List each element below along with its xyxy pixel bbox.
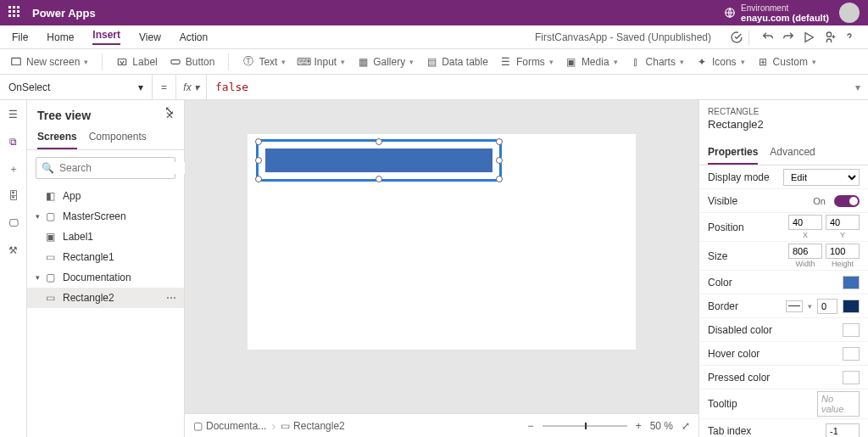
search-input[interactable] — [59, 162, 186, 174]
resize-handle-s[interactable] — [376, 176, 382, 182]
border-color-picker[interactable] — [843, 300, 860, 313]
svg-rect-2 — [12, 58, 21, 64]
icons-icon: ✦ — [696, 56, 708, 68]
hamburger-icon[interactable]: ☰ — [6, 107, 21, 122]
app-name: Power Apps — [32, 7, 96, 20]
formula-input[interactable]: false — [207, 75, 848, 100]
resize-handle-w[interactable] — [255, 157, 262, 164]
input-icon: ⌨ — [298, 56, 309, 68]
property-selector[interactable]: OnSelect ▾ — [0, 75, 153, 100]
zoom-slider[interactable] — [542, 425, 627, 427]
tab-screens[interactable]: Screens — [37, 126, 77, 149]
play-icon[interactable] — [802, 31, 815, 44]
new-screen-button[interactable]: New screen▾ — [10, 56, 88, 68]
hover-color-picker[interactable] — [843, 347, 860, 361]
prop-hover-color: Hover color — [699, 342, 868, 366]
resize-handle-nw[interactable] — [255, 138, 262, 145]
pressed-color-picker[interactable] — [843, 371, 860, 384]
tree-node-label1[interactable]: ▣Label1 — [27, 227, 184, 247]
tree-node-masterscreen[interactable]: ▾▢MasterScreen — [27, 206, 184, 227]
position-y-input[interactable] — [826, 215, 860, 230]
forms-icon: ☰ — [500, 56, 512, 68]
display-mode-select[interactable]: Edit — [783, 169, 860, 186]
gallery-menu[interactable]: ▦Gallery▾ — [357, 56, 414, 68]
tab-components[interactable]: Components — [89, 126, 147, 149]
save-status: FirstCanvasApp - Saved (Unpublished) — [535, 31, 711, 43]
height-input[interactable] — [826, 244, 860, 259]
media-pane-icon[interactable]: 🖵 — [6, 216, 21, 231]
text-menu[interactable]: ⓉText▾ — [242, 56, 286, 68]
prop-tab-index: Tab index — [699, 419, 868, 437]
formula-expand-icon[interactable]: ▾ — [848, 81, 868, 93]
visible-toggle[interactable] — [834, 195, 860, 207]
equals-label: = — [153, 75, 176, 100]
avatar[interactable] — [839, 3, 860, 23]
screen-icon: ▢ — [46, 210, 58, 222]
chevron-right-icon: › — [271, 419, 275, 433]
tree-node-documentation[interactable]: ▾▢Documentation — [27, 267, 184, 288]
fx-button[interactable]: fx▾ — [176, 75, 207, 100]
resize-handle-se[interactable] — [496, 176, 503, 182]
prop-visible: Visible On — [699, 189, 868, 213]
custom-menu[interactable]: ⊞Custom▾ — [757, 56, 816, 68]
icons-menu[interactable]: ✦Icons▾ — [696, 56, 745, 68]
resize-handle-n[interactable] — [376, 138, 382, 145]
menu-insert[interactable]: Insert — [92, 29, 120, 45]
share-icon[interactable] — [822, 31, 836, 44]
control-name[interactable]: Rectangle2 — [708, 118, 860, 131]
breadcrumb-control[interactable]: ▭Rectangle2 — [281, 420, 345, 432]
input-menu[interactable]: ⌨Input▾ — [298, 56, 345, 68]
tree-node-rectangle2[interactable]: ▭Rectangle2⋯ — [27, 288, 184, 308]
data-pane-icon[interactable]: 🗄 — [6, 188, 21, 204]
env-name: enayu.com (default) — [741, 13, 829, 23]
tooltip-input[interactable]: No value — [817, 391, 860, 417]
app-checker-icon[interactable] — [730, 31, 743, 44]
tree-node-rectangle1[interactable]: ▭Rectangle1 — [27, 247, 184, 267]
tree-view-icon[interactable]: ⧉ — [6, 134, 21, 149]
menu-view[interactable]: View — [139, 31, 161, 43]
media-menu[interactable]: ▣Media▾ — [565, 56, 618, 68]
screen-canvas[interactable] — [248, 134, 636, 350]
border-style-picker[interactable] — [786, 300, 803, 312]
tab-index-input[interactable] — [826, 423, 860, 438]
advanced-tools-icon[interactable]: ⚒ — [6, 243, 21, 258]
breadcrumb-screen[interactable]: ▢Documenta... — [193, 420, 266, 432]
tab-properties[interactable]: Properties — [708, 141, 758, 165]
close-tree-icon[interactable]: ✕ — [165, 109, 174, 121]
text-icon: Ⓣ — [242, 56, 254, 68]
menu-home[interactable]: Home — [47, 31, 74, 43]
more-icon[interactable]: ⋯ — [166, 292, 177, 304]
property-name: OnSelect — [8, 81, 50, 93]
border-width-input[interactable] — [817, 299, 837, 314]
position-x-input[interactable] — [788, 215, 822, 230]
tree-node-app[interactable]: ◧App — [27, 186, 184, 206]
prop-position: Position X Y — [699, 213, 868, 242]
disabled-color-picker[interactable] — [843, 323, 860, 337]
datatable-button[interactable]: ▤Data table — [426, 56, 488, 68]
color-picker[interactable] — [843, 276, 860, 289]
button-button[interactable]: Button — [170, 56, 215, 68]
zoom-out-button[interactable]: − — [528, 420, 534, 432]
tab-advanced[interactable]: Advanced — [770, 141, 815, 165]
menu-action[interactable]: Action — [180, 31, 208, 43]
undo-icon[interactable] — [761, 31, 775, 44]
resize-handle-ne[interactable] — [496, 138, 503, 145]
label-button[interactable]: Label — [116, 56, 157, 68]
help-icon[interactable] — [843, 31, 856, 44]
app-launcher-icon[interactable] — [8, 6, 22, 20]
width-input[interactable] — [788, 244, 822, 259]
forms-menu[interactable]: ☰Forms▾ — [500, 56, 554, 68]
resize-handle-e[interactable] — [496, 157, 503, 164]
redo-icon[interactable] — [782, 31, 795, 44]
search-box[interactable]: 🔍 — [36, 157, 175, 179]
tree-panel: Tree view ✕ Screens Components 🔍 ◧App ▾▢… — [27, 100, 185, 437]
menu-file[interactable]: File — [12, 31, 28, 43]
selected-rectangle[interactable] — [256, 139, 502, 182]
resize-handle-sw[interactable] — [255, 176, 262, 182]
charts-menu[interactable]: ⫿Charts▾ — [630, 56, 684, 68]
insert-pane-icon[interactable]: ＋ — [6, 161, 21, 176]
environment-selector[interactable]: Environment enayu.com (default) — [724, 3, 829, 23]
zoom-in-button[interactable]: + — [636, 420, 642, 432]
titlebar: Power Apps Environment enayu.com (defaul… — [0, 0, 868, 25]
fit-to-screen-icon[interactable]: ⤢ — [682, 420, 690, 432]
